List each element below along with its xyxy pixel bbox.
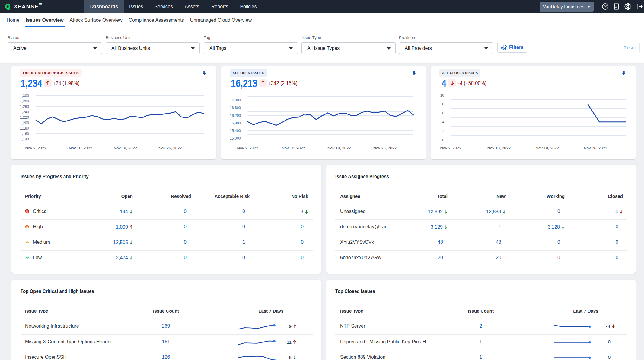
svg-text:Nov 18, 2022: Nov 18, 2022: [327, 146, 351, 150]
svg-text:1,220: 1,220: [20, 115, 29, 120]
svg-text:1,180: 1,180: [20, 126, 29, 130]
svg-text:1,300: 1,300: [20, 94, 29, 98]
svg-text:Nov 26, 2022: Nov 26, 2022: [158, 146, 182, 150]
svg-text:Nov 26, 2022: Nov 26, 2022: [373, 146, 397, 150]
svg-text:1,260: 1,260: [20, 104, 29, 109]
svg-text:15,800: 15,800: [230, 121, 241, 125]
svg-text:1,280: 1,280: [20, 99, 29, 103]
svg-text:Nov 18, 2022: Nov 18, 2022: [114, 146, 137, 150]
svg-text:16,200: 16,200: [230, 114, 241, 118]
svg-text:Nov 2, 2022: Nov 2, 2022: [237, 146, 258, 150]
svg-text:10: 10: [440, 93, 445, 98]
svg-text:Nov 2, 2022: Nov 2, 2022: [25, 146, 46, 150]
svg-text:15,000: 15,000: [230, 136, 241, 140]
svg-text:Nov 10, 2022: Nov 10, 2022: [282, 146, 305, 150]
svg-text:17,000: 17,000: [230, 98, 241, 102]
svg-text:1,240: 1,240: [20, 110, 29, 114]
svg-text:2: 2: [442, 129, 444, 133]
svg-text:Nov 2, 2022: Nov 2, 2022: [440, 146, 461, 150]
svg-text:Nov 10, 2022: Nov 10, 2022: [487, 146, 511, 150]
svg-text:1,200: 1,200: [20, 121, 29, 125]
svg-text:1,140: 1,140: [20, 137, 29, 141]
svg-text:Nov 26, 2022: Nov 26, 2022: [584, 146, 607, 150]
svg-text:8: 8: [442, 102, 444, 106]
svg-text:Nov 10, 2022: Nov 10, 2022: [69, 146, 92, 150]
svg-text:6: 6: [442, 111, 444, 115]
svg-text:16,600: 16,600: [230, 106, 241, 110]
svg-text:Nov 18, 2022: Nov 18, 2022: [536, 146, 559, 150]
svg-text:0: 0: [442, 138, 444, 142]
svg-text:1,160: 1,160: [20, 132, 29, 136]
svg-text:4: 4: [442, 120, 444, 124]
svg-text:15,400: 15,400: [230, 129, 241, 133]
